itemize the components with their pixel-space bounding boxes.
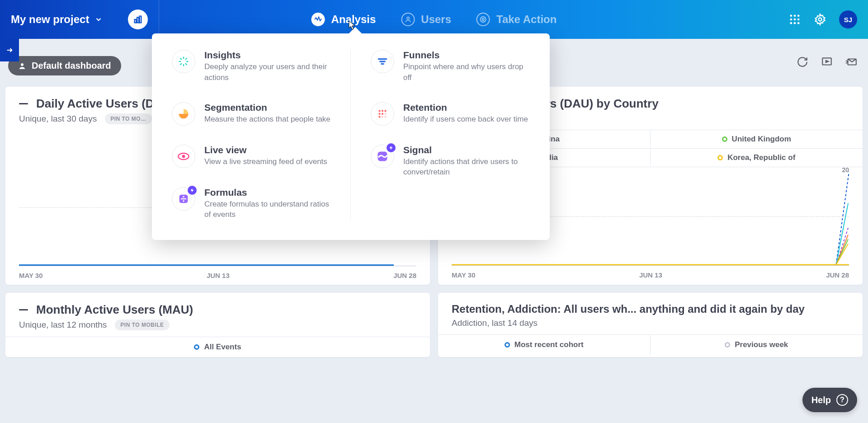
svg-point-11	[797, 19, 800, 21]
svg-point-48	[384, 116, 386, 118]
svg-point-7	[794, 15, 796, 17]
nav-users[interactable]: Users	[401, 13, 451, 26]
apps-grid-icon[interactable]	[788, 13, 801, 26]
dau-line	[19, 264, 394, 266]
dd-insights[interactable]: InsightsDeeply analyze your users and th…	[172, 50, 330, 83]
pin-badge[interactable]: PIN TO MOBILE	[115, 320, 169, 330]
svg-point-15	[819, 18, 822, 21]
svg-point-12	[790, 22, 793, 24]
collapse-icon	[19, 309, 28, 310]
refresh-icon[interactable]	[797, 56, 808, 68]
dd-formulas[interactable]: FormulasCreate formulas to understand ra…	[172, 187, 330, 221]
svg-point-10	[794, 19, 796, 21]
svg-point-40	[378, 110, 380, 112]
svg-line-28	[180, 63, 182, 65]
svg-point-42	[384, 110, 386, 112]
gear-icon[interactable]	[814, 13, 826, 26]
project-switcher[interactable]: My new project	[11, 13, 103, 26]
svg-rect-2	[140, 16, 142, 23]
signal-icon	[371, 145, 394, 168]
nav-take-action[interactable]: Take Action	[476, 13, 557, 26]
formulas-icon	[172, 187, 195, 211]
insights-icon	[172, 50, 195, 73]
svg-point-14	[797, 22, 800, 24]
lightning-badge	[387, 143, 396, 152]
svg-point-44	[382, 113, 383, 114]
dd-liveview[interactable]: Live viewView a live streaming feed of e…	[172, 145, 330, 168]
dd-segmentation[interactable]: SegmentationMeasure the actions that peo…	[172, 102, 330, 126]
card-mau-title[interactable]: Monthly Active Users (MAU)	[19, 303, 416, 317]
svg-point-3	[407, 17, 409, 19]
retention-icon	[371, 102, 394, 126]
dau-x-axis: MAY 30 JUN 13 JUN 28	[5, 266, 430, 285]
legend-korea[interactable]: Korea, Republic of	[651, 149, 863, 167]
nav-users-label: Users	[421, 13, 451, 26]
user-avatar[interactable]: SJ	[839, 10, 857, 28]
dashboard-selector-label: Default dashboard	[32, 61, 111, 71]
legend-uk[interactable]: United Kingdom	[651, 130, 863, 149]
svg-point-41	[382, 110, 383, 112]
segmentation-icon	[172, 102, 195, 126]
liveview-icon	[172, 145, 195, 168]
app-logo[interactable]	[128, 9, 148, 29]
legend-prev-week[interactable]: Previous week	[651, 335, 863, 355]
present-icon[interactable]	[821, 56, 833, 68]
svg-point-43	[378, 113, 380, 114]
dd-signal[interactable]: SignalIdentify actions that drive users …	[371, 145, 530, 178]
svg-point-17	[21, 63, 24, 66]
card-mau-sub: Unique, last 12 months	[19, 320, 107, 330]
dd-funnels[interactable]: FunnelsPinpoint where and why users drop…	[371, 50, 530, 83]
project-name: My new project	[11, 13, 89, 26]
help-icon: ?	[836, 394, 848, 406]
header-actions: SJ	[788, 10, 857, 28]
svg-point-46	[378, 116, 380, 118]
analysis-dropdown: InsightsDeeply analyze your users and th…	[152, 33, 550, 240]
card-retention-title[interactable]: Retention, Addiction: All users wh... an…	[452, 303, 849, 315]
svg-point-34	[183, 200, 184, 202]
svg-point-5	[482, 19, 485, 21]
svg-point-31	[182, 155, 185, 158]
collapse-icon	[19, 103, 28, 104]
dau-country-x-axis: MAY 30 JUN 13 JUN 28	[438, 266, 863, 284]
svg-point-4	[481, 17, 486, 22]
nav-take-action-label: Take Action	[496, 13, 557, 26]
svg-line-27	[185, 63, 187, 65]
funnels-icon	[371, 50, 394, 73]
mau-legend[interactable]: All Events	[5, 337, 430, 357]
chevron-down-icon	[94, 15, 103, 24]
toolbar-right	[797, 50, 857, 68]
legend-recent-cohort[interactable]: Most recent cohort	[438, 335, 651, 355]
person-icon	[18, 62, 26, 70]
target-icon	[476, 13, 490, 26]
svg-line-26	[180, 58, 182, 60]
retention-legend: Most recent cohort Previous week	[438, 334, 863, 355]
svg-point-45	[384, 113, 386, 114]
svg-point-33	[183, 196, 184, 197]
svg-marker-19	[826, 61, 828, 62]
email-icon[interactable]	[845, 56, 857, 68]
card-retention-sub: Addiction, last 14 days	[452, 318, 538, 328]
help-label: Help	[811, 395, 831, 405]
card-retention: Retention, Addiction: All users wh... an…	[438, 293, 863, 357]
dashboard-selector[interactable]: Default dashboard	[8, 56, 121, 75]
card-dau-sub: Unique, last 30 days	[19, 114, 97, 124]
svg-rect-1	[137, 17, 139, 23]
svg-line-29	[185, 58, 187, 60]
svg-marker-36	[190, 188, 194, 192]
svg-point-6	[790, 15, 793, 17]
svg-point-8	[797, 15, 800, 17]
card-mau: Monthly Active Users (MAU) Unique, last …	[5, 293, 430, 357]
lightning-badge	[188, 186, 197, 195]
dd-retention[interactable]: RetentionIdentify if users come back ove…	[371, 102, 530, 126]
svg-point-13	[794, 22, 796, 24]
svg-point-47	[382, 116, 383, 118]
nav-analysis[interactable]: Analysis	[311, 13, 376, 26]
sidebar-expand-tab[interactable]	[0, 39, 19, 61]
users-icon	[401, 13, 415, 26]
svg-point-9	[790, 19, 793, 21]
help-button[interactable]: Help ?	[802, 388, 857, 412]
pin-badge[interactable]: PIN TO MO…	[105, 113, 151, 124]
nav-analysis-label: Analysis	[331, 13, 376, 26]
svg-marker-50	[389, 146, 393, 149]
analysis-icon	[311, 13, 325, 26]
